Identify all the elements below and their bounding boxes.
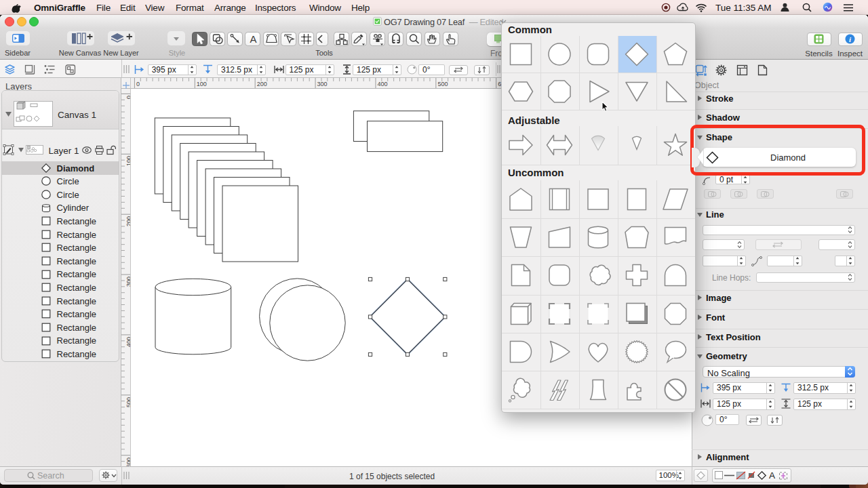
svg-text:A: A (250, 33, 256, 45)
